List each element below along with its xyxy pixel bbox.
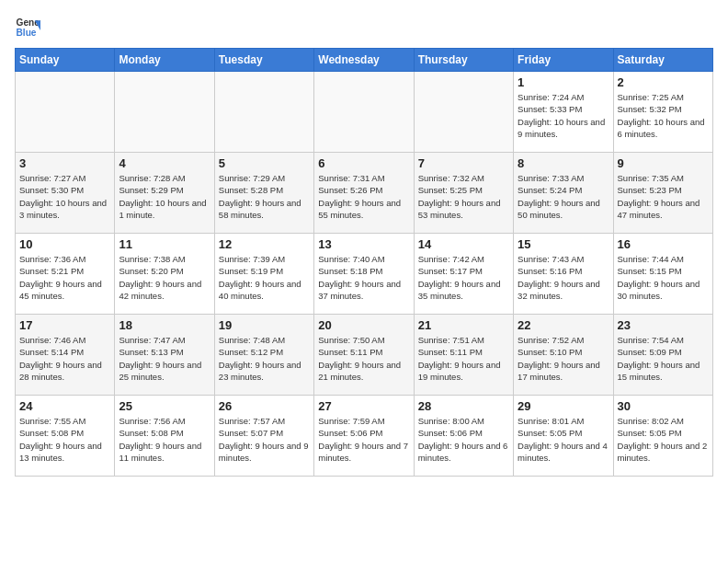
day-cell: 14Sunrise: 7:42 AMSunset: 5:17 PMDayligh…: [414, 234, 513, 315]
day-number: 3: [19, 156, 110, 170]
header-cell-thursday: Thursday: [414, 49, 513, 72]
day-cell: 10Sunrise: 7:36 AMSunset: 5:21 PMDayligh…: [16, 234, 115, 315]
header-cell-sunday: Sunday: [16, 49, 115, 72]
week-row-5: 24Sunrise: 7:55 AMSunset: 5:08 PMDayligh…: [16, 396, 713, 477]
calendar-body: 1Sunrise: 7:24 AMSunset: 5:33 PMDaylight…: [16, 72, 713, 477]
day-cell: 19Sunrise: 7:48 AMSunset: 5:12 PMDayligh…: [214, 315, 313, 396]
day-info: Sunrise: 7:36 AMSunset: 5:21 PMDaylight:…: [19, 253, 110, 302]
day-cell: 29Sunrise: 8:01 AMSunset: 5:05 PMDayligh…: [514, 396, 613, 477]
day-cell: 23Sunrise: 7:54 AMSunset: 5:09 PMDayligh…: [613, 315, 712, 396]
day-cell: 8Sunrise: 7:33 AMSunset: 5:24 PMDaylight…: [514, 153, 613, 234]
day-number: 8: [518, 156, 609, 170]
day-info: Sunrise: 7:50 AMSunset: 5:11 PMDaylight:…: [318, 334, 409, 383]
day-number: 6: [318, 156, 409, 170]
day-info: Sunrise: 7:32 AMSunset: 5:25 PMDaylight:…: [418, 172, 509, 221]
day-number: 19: [219, 318, 310, 332]
day-cell: 11Sunrise: 7:38 AMSunset: 5:20 PMDayligh…: [115, 234, 214, 315]
day-cell: 27Sunrise: 7:59 AMSunset: 5:06 PMDayligh…: [314, 396, 414, 477]
day-info: Sunrise: 8:02 AMSunset: 5:05 PMDaylight:…: [618, 415, 709, 464]
header-cell-saturday: Saturday: [613, 49, 712, 72]
day-number: 2: [618, 75, 709, 89]
day-number: 7: [418, 156, 509, 170]
day-number: 26: [219, 399, 310, 413]
day-info: Sunrise: 7:47 AMSunset: 5:13 PMDaylight:…: [119, 334, 210, 383]
day-info: Sunrise: 7:39 AMSunset: 5:19 PMDaylight:…: [219, 253, 310, 302]
day-info: Sunrise: 7:28 AMSunset: 5:29 PMDaylight:…: [119, 172, 210, 221]
day-cell: 13Sunrise: 7:40 AMSunset: 5:18 PMDayligh…: [314, 234, 414, 315]
week-row-1: 1Sunrise: 7:24 AMSunset: 5:33 PMDaylight…: [16, 72, 713, 153]
header-cell-tuesday: Tuesday: [214, 49, 313, 72]
calendar-header-row: SundayMondayTuesdayWednesdayThursdayFrid…: [16, 49, 713, 72]
day-number: 23: [618, 318, 709, 332]
day-cell: 21Sunrise: 7:51 AMSunset: 5:11 PMDayligh…: [414, 315, 513, 396]
day-number: 12: [219, 237, 310, 251]
day-cell: 15Sunrise: 7:43 AMSunset: 5:16 PMDayligh…: [514, 234, 613, 315]
day-number: 28: [418, 399, 509, 413]
day-number: 25: [119, 399, 210, 413]
day-info: Sunrise: 7:27 AMSunset: 5:30 PMDaylight:…: [19, 172, 110, 221]
day-cell: 28Sunrise: 8:00 AMSunset: 5:06 PMDayligh…: [414, 396, 513, 477]
day-number: 18: [119, 318, 210, 332]
day-info: Sunrise: 7:35 AMSunset: 5:23 PMDaylight:…: [618, 172, 709, 221]
day-info: Sunrise: 7:55 AMSunset: 5:08 PMDaylight:…: [19, 415, 110, 464]
day-cell: 25Sunrise: 7:56 AMSunset: 5:08 PMDayligh…: [115, 396, 214, 477]
day-number: 5: [219, 156, 310, 170]
day-info: Sunrise: 7:43 AMSunset: 5:16 PMDaylight:…: [518, 253, 609, 302]
logo-icon: General Blue: [15, 15, 40, 40]
day-info: Sunrise: 7:25 AMSunset: 5:32 PMDaylight:…: [618, 91, 709, 140]
logo: General Blue: [15, 15, 48, 40]
day-number: 13: [318, 237, 409, 251]
day-info: Sunrise: 7:51 AMSunset: 5:11 PMDaylight:…: [418, 334, 509, 383]
day-cell: [314, 72, 414, 153]
day-info: Sunrise: 7:46 AMSunset: 5:14 PMDaylight:…: [19, 334, 110, 383]
week-row-3: 10Sunrise: 7:36 AMSunset: 5:21 PMDayligh…: [16, 234, 713, 315]
day-info: Sunrise: 8:00 AMSunset: 5:06 PMDaylight:…: [418, 415, 509, 464]
day-number: 14: [418, 237, 509, 251]
day-number: 27: [318, 399, 409, 413]
day-number: 21: [418, 318, 509, 332]
week-row-2: 3Sunrise: 7:27 AMSunset: 5:30 PMDaylight…: [16, 153, 713, 234]
day-info: Sunrise: 7:42 AMSunset: 5:17 PMDaylight:…: [418, 253, 509, 302]
day-cell: 16Sunrise: 7:44 AMSunset: 5:15 PMDayligh…: [613, 234, 712, 315]
day-number: 22: [518, 318, 609, 332]
day-info: Sunrise: 7:56 AMSunset: 5:08 PMDaylight:…: [119, 415, 210, 464]
day-number: 17: [19, 318, 110, 332]
day-number: 29: [518, 399, 609, 413]
day-info: Sunrise: 7:29 AMSunset: 5:28 PMDaylight:…: [219, 172, 310, 221]
day-info: Sunrise: 8:01 AMSunset: 5:05 PMDaylight:…: [518, 415, 609, 464]
day-cell: [115, 72, 214, 153]
day-info: Sunrise: 7:52 AMSunset: 5:10 PMDaylight:…: [518, 334, 609, 383]
header-cell-wednesday: Wednesday: [314, 49, 414, 72]
day-cell: 12Sunrise: 7:39 AMSunset: 5:19 PMDayligh…: [214, 234, 313, 315]
calendar-table: SundayMondayTuesdayWednesdayThursdayFrid…: [15, 48, 713, 477]
day-cell: 2Sunrise: 7:25 AMSunset: 5:32 PMDaylight…: [613, 72, 712, 153]
day-number: 11: [119, 237, 210, 251]
week-row-4: 17Sunrise: 7:46 AMSunset: 5:14 PMDayligh…: [16, 315, 713, 396]
day-cell: [214, 72, 313, 153]
day-cell: 18Sunrise: 7:47 AMSunset: 5:13 PMDayligh…: [115, 315, 214, 396]
day-number: 10: [19, 237, 110, 251]
day-info: Sunrise: 7:48 AMSunset: 5:12 PMDaylight:…: [219, 334, 310, 383]
svg-text:Blue: Blue: [17, 28, 37, 38]
day-cell: 30Sunrise: 8:02 AMSunset: 5:05 PMDayligh…: [613, 396, 712, 477]
header: General Blue: [15, 15, 713, 40]
day-number: 30: [618, 399, 709, 413]
day-info: Sunrise: 7:24 AMSunset: 5:33 PMDaylight:…: [518, 91, 609, 140]
day-cell: 9Sunrise: 7:35 AMSunset: 5:23 PMDaylight…: [613, 153, 712, 234]
day-number: 1: [518, 75, 609, 89]
day-number: 20: [318, 318, 409, 332]
day-cell: 7Sunrise: 7:32 AMSunset: 5:25 PMDaylight…: [414, 153, 513, 234]
header-cell-monday: Monday: [115, 49, 214, 72]
day-number: 16: [618, 237, 709, 251]
day-cell: 24Sunrise: 7:55 AMSunset: 5:08 PMDayligh…: [16, 396, 115, 477]
day-info: Sunrise: 7:57 AMSunset: 5:07 PMDaylight:…: [219, 415, 310, 464]
day-cell: 6Sunrise: 7:31 AMSunset: 5:26 PMDaylight…: [314, 153, 414, 234]
day-cell: 5Sunrise: 7:29 AMSunset: 5:28 PMDaylight…: [214, 153, 313, 234]
day-info: Sunrise: 7:33 AMSunset: 5:24 PMDaylight:…: [518, 172, 609, 221]
day-info: Sunrise: 7:54 AMSunset: 5:09 PMDaylight:…: [618, 334, 709, 383]
day-cell: 17Sunrise: 7:46 AMSunset: 5:14 PMDayligh…: [16, 315, 115, 396]
day-info: Sunrise: 7:40 AMSunset: 5:18 PMDaylight:…: [318, 253, 409, 302]
header-cell-friday: Friday: [514, 49, 613, 72]
day-cell: 3Sunrise: 7:27 AMSunset: 5:30 PMDaylight…: [16, 153, 115, 234]
day-cell: 4Sunrise: 7:28 AMSunset: 5:29 PMDaylight…: [115, 153, 214, 234]
